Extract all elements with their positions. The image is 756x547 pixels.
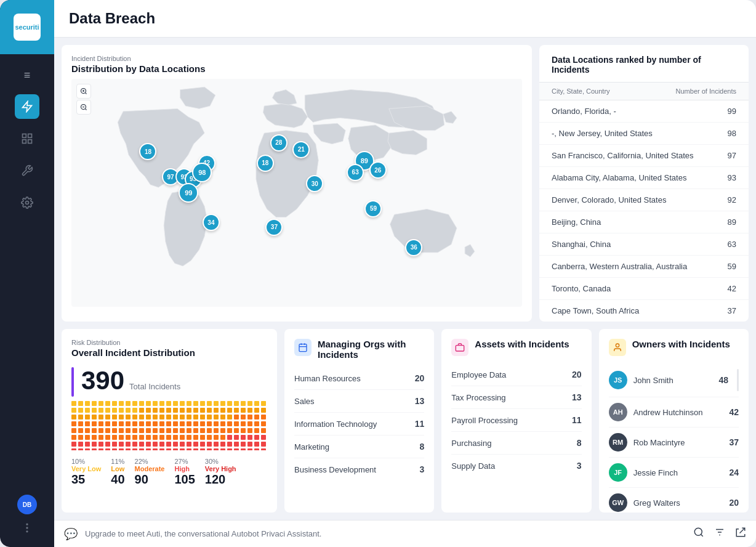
share-icon[interactable] bbox=[735, 527, 746, 541]
risk-dot bbox=[207, 401, 212, 406]
owner-count: 37 bbox=[729, 437, 739, 447]
risk-dot bbox=[146, 442, 151, 447]
risk-dot bbox=[207, 448, 212, 450]
risk-dot bbox=[139, 448, 144, 450]
total-incidents: 390 Total Incidents bbox=[81, 368, 180, 394]
risk-dot bbox=[207, 408, 212, 413]
risk-dot bbox=[146, 408, 151, 413]
map-pin[interactable]: 36 bbox=[405, 239, 422, 256]
risk-dot bbox=[105, 428, 110, 433]
map-pin[interactable]: 59 bbox=[364, 200, 382, 217]
risk-dot bbox=[112, 415, 117, 419]
map-pin[interactable]: 18 bbox=[257, 155, 274, 172]
map-pin[interactable]: 98 bbox=[192, 163, 212, 182]
risk-dot bbox=[261, 448, 266, 450]
risk-dot bbox=[105, 448, 110, 450]
risk-dot bbox=[241, 428, 246, 433]
risk-dot bbox=[92, 448, 97, 450]
risk-dot bbox=[173, 435, 178, 440]
dot-matrix bbox=[71, 401, 267, 450]
risk-dot bbox=[126, 435, 131, 440]
owners-icon bbox=[609, 339, 626, 356]
svg-point-22 bbox=[694, 528, 702, 535]
risk-number: 105 bbox=[174, 472, 195, 487]
total-number: 390 bbox=[81, 368, 124, 394]
purple-bar bbox=[71, 367, 74, 397]
zoom-in-button[interactable] bbox=[76, 84, 91, 99]
location-name: -, New Jersey, United States bbox=[552, 129, 653, 138]
sidebar-dots[interactable] bbox=[21, 522, 33, 537]
risk-dot bbox=[200, 428, 205, 433]
risk-dot bbox=[200, 435, 205, 440]
risk-dot bbox=[99, 428, 103, 433]
map-pin[interactable]: 26 bbox=[369, 161, 387, 179]
sidebar-item-settings[interactable] bbox=[15, 190, 39, 215]
risk-dot bbox=[78, 408, 83, 413]
risk-dot bbox=[220, 442, 225, 447]
risk-dot bbox=[112, 435, 117, 440]
org-value: 20 bbox=[415, 373, 425, 383]
risk-dot bbox=[220, 401, 225, 406]
asset-label: Tax Processing bbox=[451, 393, 505, 402]
risk-dot bbox=[139, 428, 144, 433]
risk-dot bbox=[119, 415, 124, 419]
org-value: 8 bbox=[420, 442, 425, 452]
location-count: 42 bbox=[728, 284, 736, 293]
map-pin[interactable]: 63 bbox=[347, 164, 364, 181]
risk-dot bbox=[227, 442, 232, 447]
risk-title: Overall Incident Distribution bbox=[71, 347, 267, 358]
map-container: 18 42 97 92 93 98 99 34 18 28 21 30 37 8… bbox=[71, 79, 522, 307]
map-pin[interactable]: 30 bbox=[306, 175, 323, 192]
risk-dot bbox=[92, 421, 97, 426]
orgs-title: Managing Orgs with Incidents bbox=[318, 339, 424, 360]
risk-pct: 11% bbox=[111, 458, 124, 465]
risk-dot bbox=[261, 442, 266, 447]
risk-dot bbox=[146, 401, 151, 406]
risk-dot bbox=[132, 401, 137, 406]
org-value: 3 bbox=[420, 464, 425, 474]
map-pin[interactable]: 37 bbox=[265, 219, 283, 236]
risk-dot bbox=[146, 428, 151, 433]
map-pin[interactable]: 18 bbox=[139, 143, 156, 160]
map-pin[interactable]: 99 bbox=[179, 183, 198, 203]
sidebar-item-tools[interactable] bbox=[15, 158, 39, 183]
org-row: Marketing8 bbox=[294, 436, 424, 458]
location-count: 92 bbox=[728, 195, 736, 205]
risk-dot bbox=[173, 401, 178, 406]
owner-count: 42 bbox=[729, 407, 739, 417]
map-pin[interactable]: 28 bbox=[270, 134, 288, 152]
page-title: Data Breach bbox=[69, 10, 741, 27]
risk-dot bbox=[132, 442, 137, 447]
svg-marker-0 bbox=[23, 102, 32, 112]
menu-toggle[interactable]: ≡ bbox=[19, 64, 36, 87]
risk-dot bbox=[78, 401, 83, 406]
bottom-bar-actions bbox=[693, 527, 746, 541]
map-panel: Incident Distribution Distribution by Da… bbox=[62, 45, 532, 322]
risk-dot bbox=[193, 448, 198, 450]
risk-dot bbox=[207, 428, 212, 433]
location-name: Toronto, Canada bbox=[552, 284, 611, 293]
locations-panel: Data Locations ranked by number of Incid… bbox=[539, 45, 749, 322]
owner-row: GW Greg Walters 20 bbox=[609, 488, 739, 517]
org-row: Information Technology11 bbox=[294, 413, 424, 436]
risk-dot bbox=[234, 428, 239, 433]
risk-dot bbox=[146, 415, 151, 419]
map-pin[interactable]: 34 bbox=[203, 214, 220, 231]
sidebar-item-security[interactable] bbox=[15, 94, 39, 119]
filter-icon[interactable] bbox=[714, 527, 725, 541]
owner-avatar: GW bbox=[609, 493, 627, 512]
zoom-out-button[interactable] bbox=[76, 100, 91, 115]
risk-dot bbox=[153, 428, 158, 433]
sidebar-item-dashboard[interactable] bbox=[15, 126, 39, 151]
risk-dot bbox=[247, 401, 252, 406]
user-avatar[interactable]: DB bbox=[17, 495, 37, 514]
svg-line-10 bbox=[85, 92, 86, 94]
risk-dot bbox=[207, 442, 212, 447]
orgs-rows: Human Resources20Sales13Information Tech… bbox=[294, 367, 424, 480]
map-title: Distribution by Data Locations bbox=[71, 63, 522, 74]
search-icon[interactable] bbox=[693, 527, 704, 541]
owner-avatar: RM bbox=[609, 433, 627, 452]
location-name: Shanghai, China bbox=[552, 240, 611, 249]
risk-dot bbox=[200, 442, 205, 447]
map-pin[interactable]: 21 bbox=[292, 141, 310, 158]
